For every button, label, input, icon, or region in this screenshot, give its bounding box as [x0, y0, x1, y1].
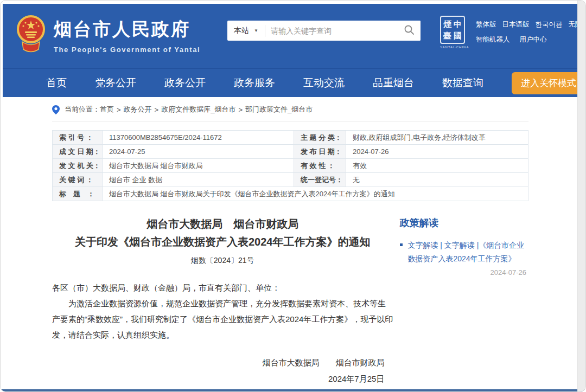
browser-page: 烟台市人民政府 The People's Government of Yanta…	[0, 0, 586, 392]
nav-item-gov-affairs[interactable]: 政务公开	[164, 76, 206, 90]
breadcrumb: 当前位置： 首页> 政务公开> 政府文件数据库_烟台市> 部门政策文件_烟台市	[52, 105, 528, 121]
meta-label-topic-category: 主 题 分 类：	[294, 131, 346, 145]
link-user-center[interactable]: 用户中心	[520, 35, 547, 44]
meta-label-written-date: 成 文 日 期：	[53, 145, 103, 159]
document-number: 烟数〔2024〕21号	[52, 256, 393, 266]
page-content: 当前位置： 首页> 政务公开> 政府文件数据库_烟台市> 部门政策文件_烟台市 …	[3, 97, 578, 392]
meta-value-title: 烟台市大数据局 烟台市财政局关于印发《烟台市企业数据资产入表2024年工作方案》…	[103, 187, 528, 201]
meta-value-publish-date: 2024-07-26	[346, 145, 528, 159]
document-body: 烟台市大数据局 烟台市财政局 关于印发《烟台市企业数据资产入表2024年工作方案…	[52, 215, 393, 392]
meta-label-index-no: 索 引 号 ：	[53, 131, 103, 145]
link-smart-robot[interactable]: 智能机器人	[476, 35, 510, 44]
site-logo[interactable]: 烟台市人民政府 The People's Government of Yanta…	[16, 14, 200, 57]
sidebar-heading: 政策解读	[399, 216, 528, 229]
document-meta-table: 索 引 号 ： 11370600MB2854675E/2024-11672 主 …	[52, 130, 528, 201]
table-row: 成 文 日 期： 2024-07-25 发 布 日 期： 2024-07-26	[53, 145, 528, 159]
meta-label-keywords: 关 键 词 ：	[53, 173, 103, 187]
link-japanese[interactable]: 日本语版	[502, 20, 530, 29]
link-traditional-chinese[interactable]: 繁体版	[476, 20, 496, 29]
nav-item-interaction[interactable]: 互动交流	[303, 76, 345, 90]
nav-item-data-query[interactable]: 数据查询	[442, 76, 483, 90]
policy-interpretation-sidebar: 政策解读 文字解读 | 文字解读 |《烟台市企业数据资产入表2024年工作方案》…	[399, 215, 528, 392]
document-salutation: 各区（市）大数据局、财政（金融）局，市直有关部门、单位：	[52, 280, 393, 295]
search-button[interactable]	[398, 21, 421, 41]
meta-label-issuing-agency: 发 文 机 关：	[53, 159, 103, 173]
policy-interpretation-link[interactable]: 文字解读 | 文字解读 |《烟台市企业数据资产入表2024年工作方案》	[399, 239, 528, 266]
yantai-china-seal: 煙中 臺國 YANTAI·CHINA	[440, 16, 467, 49]
document-paragraph: 为激活企业数据资源价值，规范企业数据资产管理，充分发挥数据要素对资本、技术等生产…	[52, 295, 393, 343]
meta-value-validity: 有效	[346, 159, 528, 173]
chevron-down-icon: ▼	[254, 28, 258, 33]
footer-top-edge	[1, 389, 585, 391]
document-title-line2: 关于印发《烟台市企业数据资产入表2024年工作方案》的通知	[52, 233, 393, 251]
meta-label-publish-date: 发 布 日 期：	[294, 145, 346, 159]
policy-interpretation-date: 2024-07-26	[399, 268, 528, 277]
breadcrumb-gov-affairs[interactable]: 政务公开	[124, 105, 152, 114]
breadcrumb-dept-policy-docs[interactable]: 部门政策文件_烟台市	[245, 105, 313, 114]
header-quick-links: 繁体版 日本语版 한국어판 无障碍 智能机器人 用户中心	[476, 20, 586, 50]
site-search: 本站 ▼	[227, 21, 421, 41]
signature-date: 2024年7月25日	[52, 371, 384, 387]
search-icon	[404, 24, 415, 37]
location-pin-icon	[52, 105, 60, 114]
seal-caption: YANTAI·CHINA	[440, 46, 467, 49]
meta-label-unified-reg-no: 统一登记号：	[294, 173, 346, 187]
document-title-line1: 烟台市大数据局 烟台市财政局	[52, 215, 393, 233]
search-scope-dropdown[interactable]: 本站 ▼	[227, 21, 265, 41]
breadcrumb-home[interactable]: 首页	[100, 105, 114, 114]
search-input[interactable]	[265, 21, 398, 41]
main-nav: 首页 党务公开 政务公开 政务服务 互动交流 品重烟台 数据查询 进入关怀模式	[3, 68, 578, 97]
national-emblem-icon	[16, 14, 46, 57]
table-row: 标 题 ： 烟台市大数据局 烟台市财政局关于印发《烟台市企业数据资产入表2024…	[53, 187, 528, 201]
site-header: 烟台市人民政府 The People's Government of Yanta…	[3, 4, 578, 68]
meta-value-topic-category: 财政,政府组成部门,电子政务,经济体制改革	[346, 131, 528, 145]
meta-value-unified-reg-no: 无	[346, 173, 528, 187]
meta-label-validity: 有 效 性 ：	[294, 159, 346, 173]
nav-item-pinzhong-yantai[interactable]: 品重烟台	[373, 76, 414, 90]
meta-value-keywords: 烟台市 企业 数据	[103, 173, 294, 187]
scrollbar[interactable]	[577, 1, 585, 392]
table-row: 索 引 号 ： 11370600MB2854675E/2024-11672 主 …	[53, 131, 528, 145]
meta-value-issuing-agency: 烟台市大数据局 烟台市财政局	[103, 159, 294, 173]
meta-value-written-date: 2024-07-25	[103, 145, 294, 159]
table-row: 关 键 词 ： 烟台市 企业 数据 统一登记号： 无	[53, 173, 528, 187]
care-mode-button[interactable]: 进入关怀模式	[512, 72, 585, 94]
meta-value-index-no: 11370600MB2854675E/2024-11672	[103, 131, 294, 145]
nav-item-party-affairs[interactable]: 党务公开	[95, 76, 136, 90]
table-row: 发 文 机 关： 烟台市大数据局 烟台市财政局 有 效 性 ： 有效	[53, 159, 528, 173]
meta-label-title: 标 题 ：	[53, 187, 103, 201]
breadcrumb-label: 当前位置：	[65, 105, 100, 114]
site-name: 烟台市人民政府	[54, 17, 200, 42]
link-korean[interactable]: 한국어판	[536, 20, 563, 29]
site-name-english: The People's Government of Yantai	[54, 46, 200, 54]
nav-item-home[interactable]: 首页	[46, 76, 67, 90]
nav-item-gov-services[interactable]: 政务服务	[234, 76, 275, 90]
signature-organizations: 烟台市大数据局 烟台市财政局	[52, 355, 384, 371]
breadcrumb-doc-database[interactable]: 政府文件数据库_烟台市	[161, 105, 235, 114]
